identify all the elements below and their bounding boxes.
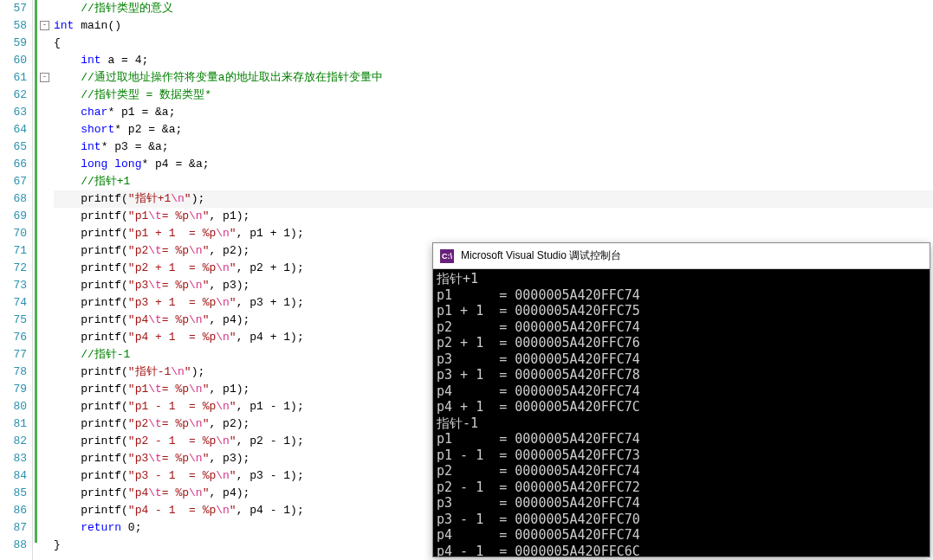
code-token: , p3 + 1); <box>236 296 304 309</box>
code-line[interactable]: printf("p1\t= %p\n", p1); <box>54 208 933 225</box>
code-token: " <box>230 469 236 482</box>
code-token: "p4 <box>128 486 148 499</box>
code-token: \n <box>189 452 203 465</box>
code-token: " <box>230 331 236 344</box>
code-token: printf( <box>54 383 128 396</box>
code-token: "p1 <box>128 383 148 396</box>
code-token: ); <box>191 365 205 378</box>
code-line[interactable]: { <box>54 35 933 52</box>
code-line[interactable]: char* p1 = &a; <box>54 104 933 121</box>
code-token: \t <box>148 244 162 257</box>
code-token: return <box>81 521 121 534</box>
code-token: long <box>114 158 141 171</box>
fold-marker-column: -- <box>33 0 52 560</box>
code-line[interactable]: long long* p4 = &a; <box>54 156 933 173</box>
code-token: \n <box>216 227 230 240</box>
code-line[interactable]: int a = 4; <box>54 52 933 69</box>
line-number: 85 <box>0 485 27 502</box>
code-token: printf( <box>54 209 128 222</box>
code-token: , p2); <box>209 417 249 430</box>
code-token: "p2 - 1 = %p <box>128 434 216 447</box>
code-line[interactable]: int* p3 = &a; <box>54 138 933 156</box>
code-token <box>54 521 81 534</box>
debug-console-window[interactable]: C:\ Microsoft Visual Studio 调试控制台 指针+1 p… <box>432 242 930 557</box>
fold-toggle-icon[interactable]: - <box>40 21 49 30</box>
code-token: printf( <box>54 504 128 517</box>
line-number: 78 <box>0 364 27 381</box>
code-token <box>54 123 81 136</box>
code-line[interactable]: short* p2 = &a; <box>54 121 933 138</box>
code-line[interactable]: printf("指针+1\n"); <box>54 190 933 208</box>
line-number: 86 <box>0 502 27 519</box>
code-token: \n <box>216 504 230 517</box>
code-token: " <box>230 400 236 413</box>
line-number: 83 <box>0 450 27 467</box>
line-number: 59 <box>0 35 27 52</box>
console-output[interactable]: 指针+1 p1 = 0000005A420FFC74 p1 + 1 = 0000… <box>433 269 930 557</box>
line-number: 76 <box>0 329 27 346</box>
code-line[interactable]: //指针+1 <box>54 173 933 190</box>
code-token: \n <box>216 400 230 413</box>
change-marker-bar <box>35 0 37 543</box>
code-line[interactable]: //指针类型的意义 <box>54 0 933 17</box>
code-token: "p1 + 1 = %p <box>128 227 216 240</box>
code-token: printf( <box>54 400 128 413</box>
code-token: , p4 + 1); <box>236 331 304 344</box>
code-token: printf( <box>54 227 128 240</box>
code-token: "指针+1 <box>128 192 171 205</box>
code-token: " <box>230 434 236 447</box>
code-token: printf( <box>54 244 128 257</box>
line-number: 74 <box>0 294 27 312</box>
code-token: , p2); <box>209 244 249 257</box>
code-token: = %p <box>162 313 189 326</box>
console-titlebar[interactable]: C:\ Microsoft Visual Studio 调试控制台 <box>433 243 930 269</box>
line-number: 60 <box>0 52 27 69</box>
line-number: 61 <box>0 69 27 87</box>
code-token <box>54 140 81 153</box>
code-token: * p3 = &a; <box>101 140 169 153</box>
code-token: "p4 + 1 = %p <box>128 331 216 344</box>
fold-toggle-icon[interactable]: - <box>40 73 49 82</box>
code-line[interactable]: int main() <box>54 17 933 35</box>
code-token: int <box>81 54 100 67</box>
code-token <box>54 106 81 119</box>
code-token: \n <box>189 279 203 292</box>
line-number: 70 <box>0 225 27 242</box>
code-token: , p2 - 1); <box>236 434 304 447</box>
code-token: \n <box>171 192 185 205</box>
code-token: \t <box>148 417 162 430</box>
code-token: long <box>81 158 107 171</box>
code-token: \n <box>189 486 203 499</box>
code-token: , p2 + 1); <box>236 261 304 274</box>
line-number: 88 <box>0 537 27 554</box>
code-token: " <box>230 296 236 309</box>
line-number: 58 <box>0 17 27 35</box>
line-number: 82 <box>0 433 27 450</box>
code-token <box>54 71 81 84</box>
line-number: 81 <box>0 415 27 433</box>
code-token: //通过取地址操作符将变量a的地址取出来存放在指针变量中 <box>81 71 382 84</box>
code-token: printf( <box>54 313 128 326</box>
line-number: 65 <box>0 138 27 156</box>
code-token: int <box>81 140 100 153</box>
code-line[interactable]: printf("p1 + 1 = %p\n", p1 + 1); <box>54 225 933 242</box>
code-line[interactable]: //通过取地址操作符将变量a的地址取出来存放在指针变量中 <box>54 69 933 87</box>
line-number: 67 <box>0 173 27 190</box>
code-token: " <box>230 504 236 517</box>
code-token: \n <box>189 209 203 222</box>
code-token: , p3); <box>209 279 249 292</box>
code-token: printf( <box>54 261 128 274</box>
code-token: \n <box>216 434 230 447</box>
code-line[interactable]: //指针类型 = 数据类型* <box>54 87 933 104</box>
line-number: 72 <box>0 260 27 277</box>
code-token: , p3); <box>209 452 249 465</box>
code-token: \n <box>189 383 203 396</box>
line-number: 73 <box>0 277 27 294</box>
code-token <box>54 54 81 67</box>
code-token <box>54 158 81 171</box>
code-token: //指针-1 <box>81 348 130 361</box>
code-token: "p2 <box>128 244 148 257</box>
code-token: = %p <box>162 452 189 465</box>
code-token: , p1); <box>209 209 249 222</box>
code-token: \n <box>216 261 230 274</box>
